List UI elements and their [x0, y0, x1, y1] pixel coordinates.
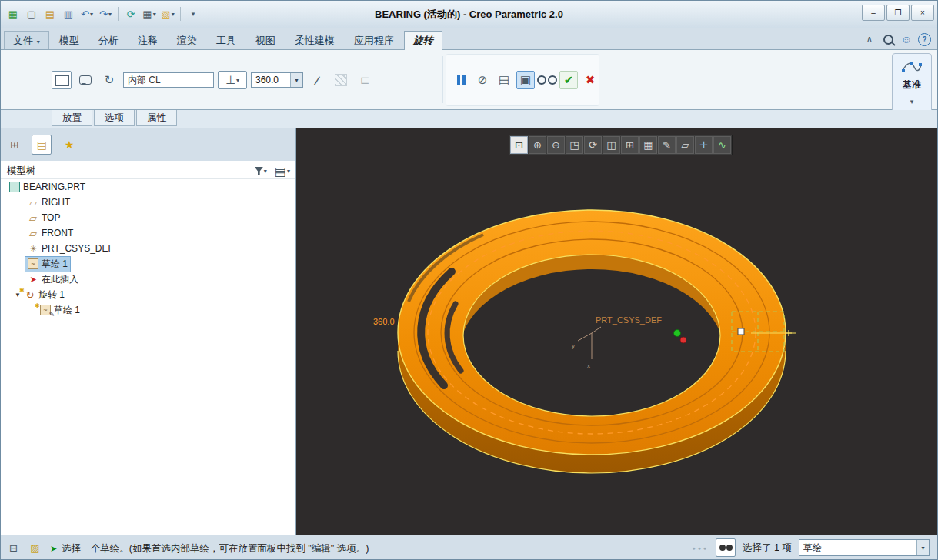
- tree-item-bearing-prt[interactable]: BEARING.PRT: [1, 179, 295, 195]
- tree-item-sketch-1[interactable]: ~草绘 1: [1, 256, 295, 272]
- pause-icon: [457, 75, 466, 85]
- tab-analysis[interactable]: 分析: [89, 31, 128, 49]
- shaded-preview-button[interactable]: ▣: [516, 71, 535, 89]
- angle-combo-arrow[interactable]: ▾: [290, 73, 302, 87]
- status-dots: ●●●: [692, 545, 709, 551]
- filter-icon[interactable]: ▾: [254, 166, 268, 176]
- panel-tab-placement[interactable]: 放置: [52, 110, 92, 126]
- tab-model[interactable]: 模型: [50, 31, 88, 49]
- funnel-shape: [255, 167, 263, 175]
- remove-material-button[interactable]: [331, 71, 351, 89]
- prompt-message-area: ➤ 选择一个草绘。(如果首选内部草绘，可在放置面板中找到 "编辑" 选项。): [50, 542, 369, 555]
- tab-applications[interactable]: 应用程序: [345, 31, 403, 49]
- tab-render[interactable]: 渲染: [168, 31, 206, 49]
- graphics-area[interactable]: ⊡ ⊕ ⊖ ◳ ⟳ ◫ ⊞ ▦ ✎ ▱ ✛ ∿: [296, 128, 938, 535]
- tree-item-label: 草绘 1: [42, 258, 68, 271]
- angle-value: 360.0: [252, 73, 290, 87]
- ok-button[interactable]: ✔: [559, 71, 578, 89]
- model-tree-header: 模型树 ▾ ▤▾: [1, 161, 295, 179]
- panel-tab-properties[interactable]: 属性: [136, 110, 177, 126]
- tree-item-insert-here[interactable]: ➤在此插入: [1, 272, 295, 287]
- bearing-model[interactable]: x y: [296, 128, 938, 535]
- favorites-icon[interactable]: ★: [59, 135, 79, 155]
- revolve-icon: ✱↻: [25, 289, 35, 300]
- cancel-button[interactable]: ✖: [581, 71, 599, 89]
- tab-flexible-modeling[interactable]: 柔性建模: [285, 31, 344, 49]
- tree-item-right[interactable]: ▱RIGHT: [1, 195, 295, 210]
- search-icon[interactable]: [881, 32, 895, 46]
- tree-item-top[interactable]: ▱TOP: [1, 210, 295, 225]
- columns-dropdown-arrow[interactable]: ▾: [287, 168, 290, 175]
- revolve-as-surface-button[interactable]: [75, 71, 95, 89]
- placement-value: 内部 CL: [128, 74, 161, 87]
- angle-value-combo[interactable]: 360.0▾: [251, 72, 303, 88]
- tree-item-front[interactable]: ▱FRONT: [1, 225, 295, 241]
- main-area: ⊞ ▤ ★ 模型树 ▾ ▤▾ BEARING.PRT ▱RIGHT ▱: [1, 128, 937, 535]
- tab-file[interactable]: 文件 ▾: [4, 31, 49, 49]
- tab-annotate[interactable]: 注释: [129, 31, 167, 49]
- ribbon-tab-bar: 文件 ▾ 模型 分析 注释 渲染 工具 视图 柔性建模 应用程序 旋转 ∧ ☺ …: [1, 28, 937, 50]
- revolve-axis-button[interactable]: ↻: [99, 71, 119, 89]
- binoculars-icon: [719, 545, 733, 551]
- tab-view[interactable]: 视图: [246, 31, 285, 49]
- angle-drag-handle-green[interactable]: [674, 330, 681, 337]
- magnifier-shape: [883, 35, 893, 45]
- pencil-icon: ✎: [48, 311, 55, 318]
- regenerate-flag-icon: ✱: [19, 287, 25, 294]
- tab-revolve[interactable]: 旋转: [404, 31, 442, 50]
- navigator-toolbar: ⊞ ▤ ★: [1, 128, 295, 161]
- ribbon-revolve-dashboard: ↻ 内部 CL ⊥▾ 360.0▾ ∕ ⊏ ⊘ ▤ ▣ ✔ ✖ 基准: [1, 50, 937, 110]
- folder-navigator-icon[interactable]: ▤: [32, 135, 52, 155]
- group-separator: [442, 56, 443, 103]
- status-right-cluster: ●●● 选择了 1 项 草绘 ▾: [692, 538, 930, 557]
- sketch-edit-icon: ✱~✎: [40, 305, 51, 315]
- reverse-direction-button[interactable]: ∕: [307, 71, 327, 89]
- tree-item-label: TOP: [42, 212, 60, 223]
- angle-type-icon: ⊥: [225, 73, 235, 87]
- angle-type-button[interactable]: ⊥▾: [218, 71, 247, 89]
- model-tree-body: BEARING.PRT ▱RIGHT ▱TOP ▱FRONT ✳PRT_CSYS…: [1, 179, 295, 535]
- placement-collector-field[interactable]: 内部 CL: [123, 72, 214, 88]
- solid-icon: [55, 75, 69, 86]
- filter-dropdown-arrow[interactable]: ▾: [916, 540, 929, 555]
- thin-feature-button[interactable]: ⊏: [355, 71, 375, 89]
- revolve-options-group: ↻ 内部 CL ⊥▾ 360.0▾ ∕ ⊏: [52, 71, 375, 89]
- datum-curve-icon: [901, 60, 923, 74]
- pause-button[interactable]: [452, 71, 470, 89]
- tree-item-label: 草绘 1: [54, 304, 80, 317]
- browser-toggle-icon[interactable]: ▨: [25, 538, 45, 558]
- tree-item-prt-csys-def[interactable]: ✳PRT_CSYS_DEF: [1, 241, 295, 256]
- panel-tab-options[interactable]: 选项: [94, 110, 135, 126]
- close-button[interactable]: ×: [911, 5, 934, 21]
- community-icon[interactable]: ☺: [900, 32, 913, 46]
- no-preview-button[interactable]: ⊘: [473, 71, 492, 89]
- angle-drag-handle-red[interactable]: [680, 337, 686, 343]
- filter-dropdown-arrow[interactable]: ▾: [264, 168, 267, 175]
- maximize-button[interactable]: ❐: [886, 5, 910, 21]
- model-tree-toggle-icon[interactable]: ⊟: [4, 538, 23, 558]
- tree-item-sketch-1-child[interactable]: ✱~✎草绘 1: [1, 302, 295, 318]
- angle-type-dropdown-arrow[interactable]: ▾: [236, 77, 239, 84]
- glasses-icon: [537, 75, 557, 85]
- tree-display-icon[interactable]: ⊞: [5, 135, 25, 155]
- part-icon: [9, 182, 20, 192]
- selection-count: 选择了 1 项: [743, 542, 792, 555]
- find-button[interactable]: [716, 538, 736, 557]
- tab-bar-right-icons: ∧ ☺ ?: [863, 32, 931, 46]
- wireframe-preview-button[interactable]: ▤: [495, 71, 513, 89]
- datum-group-arrow[interactable]: ▾: [910, 98, 914, 105]
- ribbon-collapse-icon[interactable]: ∧: [863, 32, 876, 46]
- tab-file-label: 文件: [13, 35, 33, 46]
- status-bar: ⊟ ▨ ➤ 选择一个草绘。(如果首选内部草绘，可在放置面板中找到 "编辑" 选项…: [1, 535, 937, 560]
- verify-button[interactable]: [538, 71, 556, 89]
- minimize-button[interactable]: –: [862, 5, 885, 21]
- tab-tools[interactable]: 工具: [207, 31, 245, 49]
- drag-handle[interactable]: [738, 328, 744, 335]
- revolve-as-solid-button[interactable]: [52, 71, 72, 89]
- tree-item-revolve-1[interactable]: ▼ ✱↻旋转 1: [1, 287, 295, 302]
- selection-filter-combo[interactable]: 草绘 ▾: [799, 539, 930, 556]
- datum-plane-icon: ▱: [28, 212, 38, 223]
- help-icon[interactable]: ?: [918, 33, 931, 46]
- selected-tree-item: ~草绘 1: [25, 257, 70, 272]
- tree-columns-icon[interactable]: ▤▾: [274, 163, 291, 179]
